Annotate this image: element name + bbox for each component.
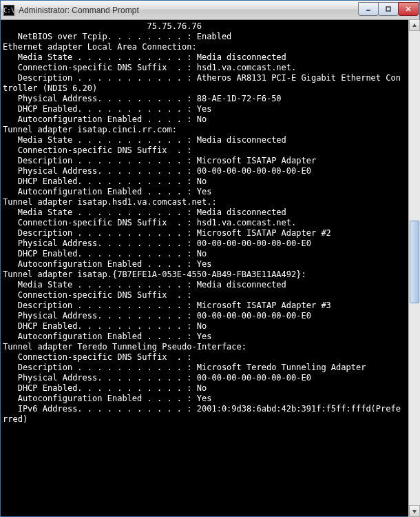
output-line: Connection-specific DNS Suffix . : [3, 145, 417, 156]
titlebar[interactable]: C:\ Administrator: Command Prompt [1, 1, 419, 20]
output-line: DHCP Enabled. . . . . . . . . . . : No [3, 176, 417, 187]
output-line: Tunnel adapter isatap.cinci.rr.com: [3, 125, 417, 135]
scroll-down-button[interactable] [409, 505, 420, 517]
output-line: Connection-specific DNS Suffix . : [3, 352, 417, 363]
close-button[interactable] [398, 2, 419, 16]
output-line: rred) [3, 414, 417, 425]
output-line: Description . . . . . . . . . . . : Micr… [3, 228, 417, 239]
svg-rect-1 [386, 7, 390, 11]
output-line: DHCP Enabled. . . . . . . . . . . : No [3, 321, 417, 332]
scroll-up-button[interactable] [409, 19, 420, 31]
output-line: Tunnel adapter isatap.hsd1.va.comcast.ne… [3, 197, 417, 207]
output-line: Description . . . . . . . . . . . : Athe… [3, 73, 417, 83]
output-line: Connection-specific DNS Suffix . : hsd1.… [3, 218, 417, 228]
output-line: Physical Address. . . . . . . . . : 00-0… [3, 373, 417, 383]
output-line: Media State . . . . . . . . . . . : Medi… [3, 135, 417, 145]
system-menu-icon[interactable]: C:\ [3, 5, 14, 16]
output-line: Autoconfiguration Enabled . . . . : No [3, 114, 417, 125]
output-line: 75.75.76.76 [3, 21, 417, 32]
svg-marker-5 [412, 510, 417, 514]
window-controls [359, 2, 419, 16]
output-line: DHCP Enabled. . . . . . . . . . . : Yes [3, 104, 417, 114]
scrollbar-track[interactable] [409, 31, 420, 505]
output-line: Physical Address. . . . . . . . . : 00-0… [3, 239, 417, 249]
output-line: Connection-specific DNS Suffix . : [3, 290, 417, 301]
output-line: Description . . . . . . . . . . . : Micr… [3, 156, 417, 166]
output-line: DHCP Enabled. . . . . . . . . . . : No [3, 383, 417, 394]
output-line: IPv6 Address. . . . . . . . . . . : 2001… [3, 404, 417, 414]
output-line: Media State . . . . . . . . . . . : Medi… [3, 207, 417, 218]
output-line: Connection-specific DNS Suffix . : hsd1.… [3, 63, 417, 73]
scrollbar-thumb[interactable] [410, 221, 419, 303]
output-line: DHCP Enabled. . . . . . . . . . . : No [3, 249, 417, 259]
output-line: Physical Address. . . . . . . . . : 88-A… [3, 94, 417, 104]
terminal-output[interactable]: 75.75.76.76 NetBIOS over Tcpip. . . . . … [1, 20, 419, 516]
output-line: Tunnel adapter Teredo Tunneling Pseudo-I… [3, 342, 417, 352]
svg-marker-4 [412, 23, 417, 27]
output-line: Tunnel adapter isatap.{7B7EFE1A-053E-455… [3, 270, 417, 280]
output-line: Autoconfiguration Enabled . . . . : Yes [3, 394, 417, 404]
output-line: Autoconfiguration Enabled . . . . : Yes [3, 332, 417, 342]
output-line: Ethernet adapter Local Area Connection: [3, 42, 417, 52]
output-line: Physical Address. . . . . . . . . : 00-0… [3, 166, 417, 176]
output-line: Media State . . . . . . . . . . . : Medi… [3, 280, 417, 290]
window-title: Administrator: Command Prompt [19, 6, 359, 15]
output-line: Autoconfiguration Enabled . . . . : Yes [3, 187, 417, 197]
vertical-scrollbar[interactable] [408, 19, 420, 517]
minimize-button[interactable] [358, 2, 379, 16]
output-line: Description . . . . . . . . . . . : Micr… [3, 363, 417, 373]
maximize-button[interactable] [378, 2, 399, 16]
command-prompt-window: C:\ Administrator: Command Prompt 75.75.… [0, 0, 420, 517]
output-line: Physical Address. . . . . . . . . : 00-0… [3, 311, 417, 321]
output-line: NetBIOS over Tcpip. . . . . . . . : Enab… [3, 32, 417, 42]
output-line: troller (NDIS 6.20) [3, 83, 417, 94]
output-line: Description . . . . . . . . . . . : Micr… [3, 301, 417, 311]
output-line: Autoconfiguration Enabled . . . . : Yes [3, 259, 417, 270]
output-line: Media State . . . . . . . . . . . : Medi… [3, 52, 417, 63]
